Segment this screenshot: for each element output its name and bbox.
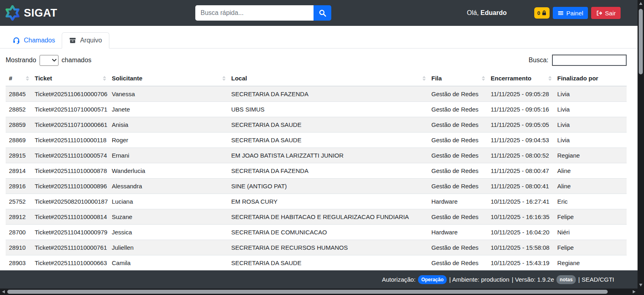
cell-fila: Hardware xyxy=(428,194,487,209)
table-row[interactable]: 28869 Ticket#2025111010000118 Roger SECR… xyxy=(6,133,627,148)
sort-icon xyxy=(26,76,29,81)
scroll-down-icon[interactable] xyxy=(639,284,642,287)
table-row[interactable]: 28903 Ticket#2025111010000663 Camila SEC… xyxy=(6,255,627,271)
cell-finalizado-por: Livia xyxy=(554,86,627,102)
table-row[interactable]: 28912 Ticket#2025111010000814 Suzane SEC… xyxy=(6,209,627,225)
painel-button[interactable]: Painel xyxy=(553,7,588,19)
operacao-badge: Operação xyxy=(418,275,447,284)
cell-finalizado-por: Aline xyxy=(554,163,627,179)
headset-icon xyxy=(13,36,20,44)
cell-number: 25752 xyxy=(6,194,31,209)
cell-ticket: Ticket#2025111010000878 xyxy=(31,163,109,179)
scroll-right-icon[interactable] xyxy=(633,290,636,293)
col-header-number[interactable]: # xyxy=(6,71,31,86)
cell-fila: Gestão de Redes xyxy=(428,102,487,117)
status-footer: Autorização: Operação | Ambiente: produc… xyxy=(0,270,638,289)
vertical-scrollbar-thumb[interactable] xyxy=(639,9,643,74)
cell-fila: Gestão de Redes xyxy=(428,133,487,148)
cell-finalizado-por: Eric xyxy=(554,194,627,209)
table-row[interactable]: 28852 Ticket#2025110710000571 Janete UBS… xyxy=(6,102,627,117)
brand-link[interactable]: SIGAT xyxy=(5,5,57,21)
sair-button[interactable]: Sair xyxy=(591,7,621,19)
table-row[interactable]: 28700 Ticket#2025110410000979 Jessica SE… xyxy=(6,225,627,240)
org-text: | SEAD/CGTI xyxy=(578,276,614,283)
scroll-left-icon[interactable] xyxy=(2,290,5,293)
cell-number: 28912 xyxy=(6,209,31,225)
menu-icon xyxy=(558,10,564,16)
page-length-select[interactable] xyxy=(40,55,59,66)
col-header-finalizado-por[interactable]: Finalizado por xyxy=(554,71,627,86)
notas-badge[interactable]: notas xyxy=(556,275,576,284)
tickets-table: # Ticket Solicitante Local Fila Encerram… xyxy=(6,71,627,270)
horizontal-scrollbar-thumb[interactable] xyxy=(7,290,608,294)
cell-solicitante: Juliellen xyxy=(109,240,228,255)
cell-encerramento: 11/11/2025 - 08:00:41 xyxy=(487,179,554,194)
cell-number: 28852 xyxy=(6,102,31,117)
cell-finalizado-por: Livia xyxy=(554,117,627,133)
cell-local: SECRETARIA DA SAUDE xyxy=(228,117,428,133)
cell-solicitante: Roger xyxy=(109,133,228,148)
cell-finalizado-por: Felipe xyxy=(554,240,627,255)
quick-search-button[interactable] xyxy=(314,5,331,21)
cell-ticket: Ticket#2025110610000706 xyxy=(31,86,109,102)
cell-encerramento: 10/11/2025 - 16:04:20 xyxy=(487,225,554,240)
cell-finalizado-por: Regiane xyxy=(554,255,627,271)
cell-number: 28916 xyxy=(6,179,31,194)
table-row[interactable]: 28916 Ticket#2025111010000896 Alessandra… xyxy=(6,179,627,194)
cell-encerramento: 10/11/2025 - 15:43:19 xyxy=(487,255,554,271)
table-row[interactable]: 28845 Ticket#2025110610000706 Vanessa SE… xyxy=(6,86,627,102)
col-header-fila[interactable]: Fila xyxy=(428,71,487,86)
col-header-ticket[interactable]: Ticket xyxy=(31,71,109,86)
cell-finalizado-por: Felipe xyxy=(554,209,627,225)
scroll-up-icon[interactable] xyxy=(639,2,642,5)
horizontal-scrollbar[interactable] xyxy=(0,289,638,295)
length-control: Mostrando chamados xyxy=(6,55,91,66)
vertical-scrollbar[interactable] xyxy=(638,0,644,289)
cell-fila: Gestão de Redes xyxy=(428,240,487,255)
table-row[interactable]: 28914 Ticket#2025111010000878 Wanderluci… xyxy=(6,163,627,179)
col-header-solicitante[interactable]: Solicitante xyxy=(109,71,228,86)
busca-label: Busca: xyxy=(529,57,548,64)
tab-arquivo[interactable]: Arquivo xyxy=(62,32,109,48)
user-greeting: Olá, Eduardo xyxy=(467,9,507,17)
cell-ticket: Ticket#2025110410000979 xyxy=(31,225,109,240)
lock-counter-badge[interactable]: 0 xyxy=(534,7,549,19)
tab-chamados[interactable]: Chamados xyxy=(6,32,62,48)
cell-number: 28859 xyxy=(6,117,31,133)
col-header-encerramento[interactable]: Encerramento xyxy=(487,71,554,86)
quick-search-input[interactable] xyxy=(195,5,314,21)
cell-solicitante: Suzane xyxy=(109,209,228,225)
table-row[interactable]: 28859 Ticket#2025110710000661 Anisia SEC… xyxy=(6,117,627,133)
cell-fila: Hardware xyxy=(428,225,487,240)
cell-solicitante: Vanessa xyxy=(109,86,228,102)
cell-ticket: Ticket#2025082010000187 xyxy=(31,194,109,209)
col-header-local[interactable]: Local xyxy=(228,71,428,86)
sign-out-icon xyxy=(596,10,602,16)
cell-local: SECRETARIA DA SAUDE xyxy=(228,133,428,148)
cell-ticket: Ticket#2025110710000661 xyxy=(31,117,109,133)
filter-control: Busca: xyxy=(529,55,627,66)
table-row[interactable]: 25752 Ticket#2025082010000187 Luciana EM… xyxy=(6,194,627,209)
cell-local: SECRETARIA DE HABITACAO E REGULARIZACAO … xyxy=(228,209,428,225)
table-row[interactable]: 28915 Ticket#2025111010000574 Ernani EM … xyxy=(6,148,627,163)
cell-local: SECRETARIA DA FAZENDA xyxy=(228,163,428,179)
table-header-row: # Ticket Solicitante Local Fila Encerram… xyxy=(6,71,627,86)
busca-input[interactable] xyxy=(552,55,627,66)
user-name: Eduardo xyxy=(481,9,507,16)
header-actions: 0 Painel Sair xyxy=(534,7,621,19)
cell-finalizado-por: Niéri xyxy=(554,225,627,240)
cell-encerramento: 11/11/2025 - 08:00:47 xyxy=(487,163,554,179)
cell-solicitante: Anisia xyxy=(109,117,228,133)
cell-number: 28914 xyxy=(6,163,31,179)
cell-fila: Gestão de Redes xyxy=(428,179,487,194)
table-controls: Mostrando chamados Busca: xyxy=(6,55,627,66)
cell-number: 28910 xyxy=(6,240,31,255)
cell-finalizado-por: Regiane xyxy=(554,148,627,163)
cell-fila: Gestão de Redes xyxy=(428,163,487,179)
cell-encerramento: 11/11/2025 - 09:05:28 xyxy=(487,86,554,102)
table-row[interactable]: 28910 Ticket#2025111010000761 Juliellen … xyxy=(6,240,627,255)
tab-bar: Chamados Arquivo xyxy=(0,32,638,48)
cell-encerramento: 11/11/2025 - 09:04:53 xyxy=(487,133,554,148)
cell-local: EM JOAO BATISTA LARIZZATTI JUNIOR xyxy=(228,148,428,163)
sort-icon xyxy=(103,76,106,81)
